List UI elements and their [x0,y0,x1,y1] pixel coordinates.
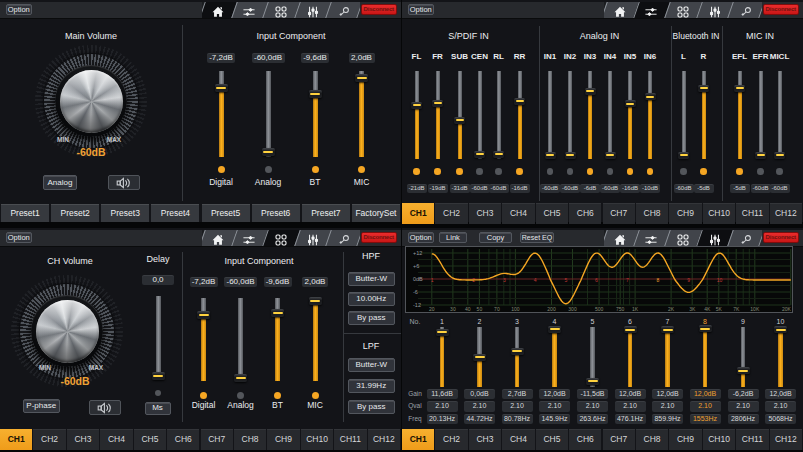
svg-text:2K: 2K [668,306,675,312]
svg-text:3K: 3K [689,306,696,312]
svg-text:10: 10 [716,277,722,283]
svg-text:4: 4 [533,277,536,283]
svg-text:8: 8 [656,277,659,283]
svg-text:7: 7 [625,277,628,283]
svg-text:30: 30 [450,306,456,312]
svg-text:1: 1 [430,277,433,283]
svg-text:5: 5 [564,277,567,283]
svg-text:0dB: 0dB [413,276,423,282]
svg-text:70: 70 [494,306,500,312]
svg-text:1K: 1K [632,306,639,312]
svg-text:+6: +6 [413,263,419,269]
svg-text:40: 40 [465,306,471,312]
svg-text:4K: 4K [704,306,711,312]
svg-text:-12: -12 [413,302,421,308]
svg-text:-6: -6 [413,289,418,295]
svg-text:9: 9 [687,277,690,283]
svg-text:3: 3 [503,277,506,283]
svg-text:5K: 5K [715,306,722,312]
svg-text:20: 20 [429,306,435,312]
svg-text:750: 750 [616,306,625,312]
svg-text:6: 6 [595,277,598,283]
svg-text:200: 200 [547,306,556,312]
svg-text:100: 100 [511,306,520,312]
svg-text:+12: +12 [413,250,422,256]
svg-text:500: 500 [594,306,603,312]
svg-text:300: 300 [568,306,577,312]
svg-text:7K: 7K [733,306,740,312]
svg-text:50: 50 [476,306,482,312]
svg-text:10K: 10K [750,306,760,312]
svg-text:20K: 20K [781,306,791,312]
